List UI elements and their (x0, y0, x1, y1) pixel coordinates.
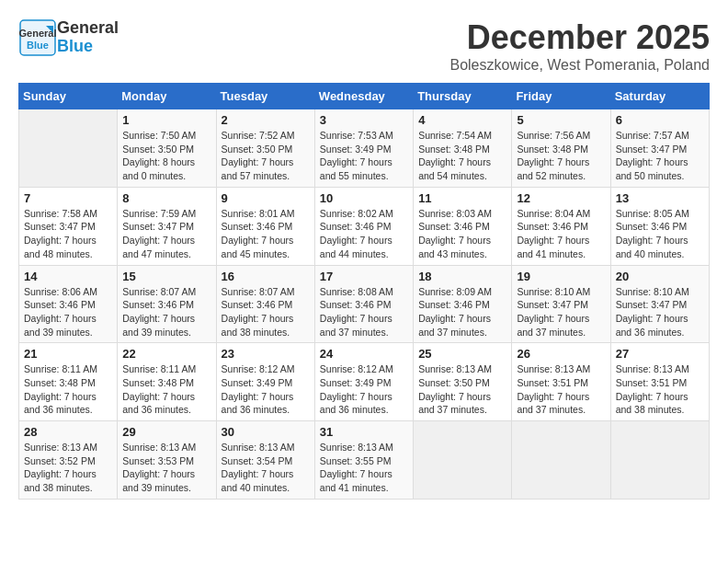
sunrise-time: Sunrise: 8:11 AM (122, 363, 196, 374)
sunset-time: Sunset: 3:46 PM (24, 299, 96, 310)
sunset-time: Sunset: 3:46 PM (122, 299, 194, 310)
calendar-cell: 31 Sunrise: 8:13 AM Sunset: 3:55 PM Dayl… (314, 421, 413, 500)
sunset-time: Sunset: 3:50 PM (122, 144, 194, 155)
daylight-hours: Daylight: 7 hours and 54 minutes. (418, 156, 491, 181)
sunset-time: Sunset: 3:46 PM (222, 221, 293, 232)
calendar-week-3: 14 Sunrise: 8:06 AM Sunset: 3:46 PM Dayl… (19, 265, 710, 343)
day-number: 6 (616, 113, 704, 127)
sunset-time: Sunset: 3:49 PM (320, 377, 392, 388)
day-number: 14 (24, 270, 112, 283)
daylight-hours: Daylight: 7 hours and 57 minutes. (222, 156, 294, 181)
sunset-time: Sunset: 3:54 PM (222, 455, 293, 466)
day-info: Sunrise: 8:02 AM Sunset: 3:46 PM Dayligh… (320, 207, 408, 261)
sunset-time: Sunset: 3:47 PM (616, 299, 688, 310)
calendar-cell: 10 Sunrise: 8:02 AM Sunset: 3:46 PM Dayl… (314, 187, 413, 265)
calendar-cell (414, 421, 512, 500)
sunset-time: Sunset: 3:46 PM (222, 299, 293, 310)
calendar-week-1: 1 Sunrise: 7:50 AM Sunset: 3:50 PM Dayli… (19, 109, 710, 188)
day-info: Sunrise: 8:12 AM Sunset: 3:49 PM Dayligh… (320, 362, 408, 417)
day-number: 26 (517, 347, 605, 361)
sunrise-time: Sunrise: 8:08 AM (320, 286, 393, 297)
daylight-hours: Daylight: 7 hours and 48 minutes. (24, 235, 97, 259)
calendar-header: SundayMondayTuesdayWednesdayThursdayFrid… (19, 84, 710, 109)
weekday-header-friday: Friday (512, 84, 610, 109)
sunset-time: Sunset: 3:48 PM (24, 377, 96, 388)
calendar-cell: 3 Sunrise: 7:53 AM Sunset: 3:49 PM Dayli… (314, 109, 413, 188)
day-number: 17 (320, 270, 408, 283)
weekday-header-sunday: Sunday (19, 84, 118, 109)
calendar-cell: 30 Sunrise: 8:13 AM Sunset: 3:54 PM Dayl… (216, 421, 314, 500)
sunrise-time: Sunrise: 8:13 AM (122, 442, 196, 453)
calendar-cell: 18 Sunrise: 8:09 AM Sunset: 3:46 PM Dayl… (414, 265, 512, 343)
sunrise-time: Sunrise: 8:13 AM (24, 442, 97, 453)
sunrise-time: Sunrise: 7:56 AM (517, 130, 590, 141)
sunset-time: Sunset: 3:47 PM (616, 144, 688, 155)
sunrise-time: Sunrise: 7:59 AM (122, 208, 196, 219)
calendar-cell: 29 Sunrise: 8:13 AM Sunset: 3:53 PM Dayl… (118, 421, 216, 500)
daylight-hours: Daylight: 7 hours and 37 minutes. (517, 391, 589, 416)
calendar-cell: 4 Sunrise: 7:54 AM Sunset: 3:48 PM Dayli… (414, 109, 512, 188)
sunset-time: Sunset: 3:46 PM (418, 299, 490, 310)
sunrise-time: Sunrise: 8:07 AM (222, 286, 295, 297)
day-number: 25 (418, 347, 506, 361)
daylight-hours: Daylight: 7 hours and 38 minutes. (24, 468, 97, 493)
day-number: 2 (222, 113, 310, 127)
logo-blue-text: Blue (57, 38, 119, 56)
daylight-hours: Daylight: 7 hours and 36 minutes. (24, 391, 97, 416)
sunset-time: Sunset: 3:48 PM (122, 377, 194, 388)
sunrise-time: Sunrise: 8:09 AM (418, 286, 492, 297)
calendar-cell (512, 421, 610, 500)
daylight-hours: Daylight: 7 hours and 39 minutes. (122, 313, 195, 338)
day-info: Sunrise: 8:05 AM Sunset: 3:46 PM Dayligh… (616, 207, 704, 261)
calendar-cell: 12 Sunrise: 8:04 AM Sunset: 3:46 PM Dayl… (512, 187, 610, 265)
daylight-hours: Daylight: 7 hours and 37 minutes. (320, 313, 392, 338)
daylight-hours: Daylight: 7 hours and 36 minutes. (222, 391, 294, 416)
calendar-cell (19, 109, 118, 188)
day-number: 3 (320, 113, 408, 127)
daylight-hours: Daylight: 7 hours and 37 minutes. (418, 313, 491, 338)
sunrise-time: Sunrise: 7:52 AM (222, 130, 295, 141)
sunset-time: Sunset: 3:46 PM (418, 221, 490, 232)
daylight-hours: Daylight: 7 hours and 41 minutes. (517, 235, 589, 259)
daylight-hours: Daylight: 7 hours and 37 minutes. (517, 313, 589, 338)
sunrise-time: Sunrise: 8:13 AM (222, 442, 295, 453)
sunset-time: Sunset: 3:52 PM (24, 455, 96, 466)
sunset-time: Sunset: 3:47 PM (122, 221, 194, 232)
day-info: Sunrise: 8:04 AM Sunset: 3:46 PM Dayligh… (517, 207, 605, 261)
sunset-time: Sunset: 3:51 PM (517, 377, 588, 388)
calendar-cell: 27 Sunrise: 8:13 AM Sunset: 3:51 PM Dayl… (610, 343, 709, 421)
calendar-cell: 8 Sunrise: 7:59 AM Sunset: 3:47 PM Dayli… (118, 187, 216, 265)
day-number: 18 (418, 270, 506, 283)
calendar-cell: 22 Sunrise: 8:11 AM Sunset: 3:48 PM Dayl… (118, 343, 216, 421)
day-info: Sunrise: 8:06 AM Sunset: 3:46 PM Dayligh… (24, 285, 112, 339)
daylight-hours: Daylight: 7 hours and 52 minutes. (517, 156, 589, 181)
sunset-time: Sunset: 3:50 PM (418, 377, 490, 388)
logo: General Blue General Blue (18, 18, 119, 57)
day-info: Sunrise: 8:13 AM Sunset: 3:52 PM Dayligh… (24, 441, 112, 495)
day-number: 11 (418, 191, 506, 205)
daylight-hours: Daylight: 7 hours and 36 minutes. (122, 391, 195, 416)
day-info: Sunrise: 8:09 AM Sunset: 3:46 PM Dayligh… (418, 285, 506, 339)
daylight-hours: Daylight: 7 hours and 43 minutes. (418, 235, 491, 259)
sunset-time: Sunset: 3:55 PM (320, 455, 392, 466)
day-number: 29 (122, 425, 210, 439)
sunset-time: Sunset: 3:49 PM (222, 377, 293, 388)
calendar-subtitle: Boleszkowice, West Pomerania, Poland (449, 57, 710, 74)
calendar-cell: 21 Sunrise: 8:11 AM Sunset: 3:48 PM Dayl… (19, 343, 118, 421)
day-number: 7 (24, 191, 112, 205)
day-info: Sunrise: 8:13 AM Sunset: 3:51 PM Dayligh… (517, 362, 605, 417)
daylight-hours: Daylight: 7 hours and 40 minutes. (616, 235, 688, 259)
day-info: Sunrise: 7:53 AM Sunset: 3:49 PM Dayligh… (320, 129, 408, 183)
day-info: Sunrise: 8:03 AM Sunset: 3:46 PM Dayligh… (418, 207, 506, 261)
sunrise-time: Sunrise: 8:13 AM (418, 363, 492, 374)
sunrise-time: Sunrise: 7:53 AM (320, 130, 393, 141)
sunrise-time: Sunrise: 7:54 AM (418, 130, 492, 141)
day-info: Sunrise: 8:13 AM Sunset: 3:54 PM Dayligh… (222, 441, 310, 495)
calendar-week-5: 28 Sunrise: 8:13 AM Sunset: 3:52 PM Dayl… (19, 421, 710, 500)
sunset-time: Sunset: 3:53 PM (122, 455, 194, 466)
calendar-cell: 9 Sunrise: 8:01 AM Sunset: 3:46 PM Dayli… (216, 187, 314, 265)
day-info: Sunrise: 7:57 AM Sunset: 3:47 PM Dayligh… (616, 129, 704, 183)
sunset-time: Sunset: 3:46 PM (616, 221, 688, 232)
day-info: Sunrise: 8:13 AM Sunset: 3:51 PM Dayligh… (616, 362, 704, 417)
sunrise-time: Sunrise: 8:13 AM (616, 363, 689, 374)
